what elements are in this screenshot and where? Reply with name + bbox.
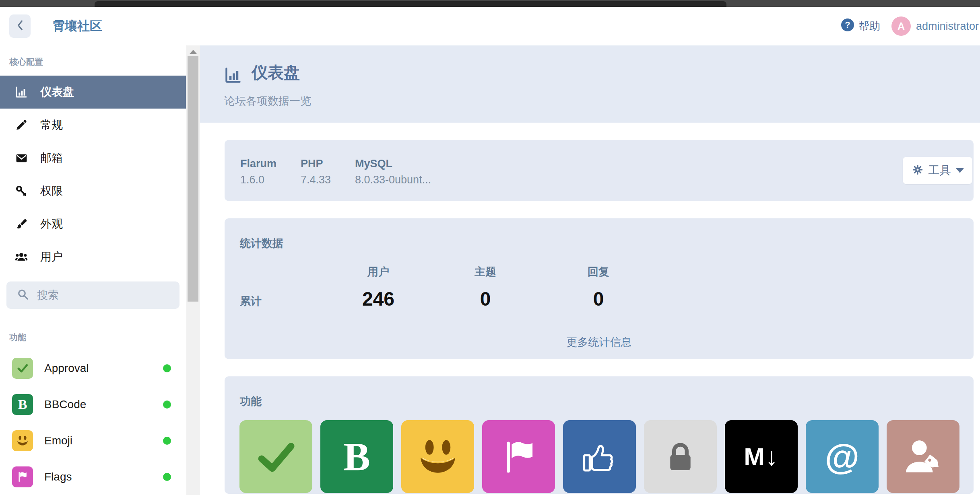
version-info-card: Flarum 1.6.0 PHP 7.4.33 MySQL 8.0.33-0ub… xyxy=(225,140,974,201)
extension-tile-row: B M↓ @ xyxy=(239,420,959,493)
enabled-status-dot xyxy=(163,437,171,445)
check-icon xyxy=(12,358,33,379)
username-label[interactable]: administrator xyxy=(916,20,979,33)
version-label: PHP xyxy=(301,158,331,170)
extension-label: Flags xyxy=(44,470,72,483)
stat-header: 主题 xyxy=(437,265,534,279)
statistics-card: 统计数据 用户 246 主题 0 回复 0 累计 更多统计信息 xyxy=(225,218,974,359)
search-input[interactable] xyxy=(36,289,171,302)
section-label-features: 功能 xyxy=(9,332,26,343)
enabled-status-dot xyxy=(163,364,171,372)
sidebar-scrollbar[interactable] xyxy=(186,45,200,495)
user-avatar[interactable]: A xyxy=(891,16,911,36)
version-value: 1.6.0 xyxy=(240,174,276,186)
enabled-status-dot xyxy=(163,473,171,481)
stat-value: 0 xyxy=(550,288,647,310)
smiley-icon xyxy=(12,430,33,451)
stat-value: 0 xyxy=(437,288,534,310)
version-label: MySQL xyxy=(355,158,431,170)
scrollbar-thumb[interactable] xyxy=(188,56,198,302)
mentions-tile at-icon[interactable]: @ xyxy=(806,420,879,493)
approval-tile check-icon[interactable] xyxy=(239,420,312,493)
emoji-tile smiley-icon[interactable] xyxy=(401,420,474,493)
back-button[interactable] xyxy=(9,14,31,38)
sidebar-item-appearance[interactable]: 外观 xyxy=(0,207,186,240)
sticky-tile lock-icon[interactable] xyxy=(644,420,717,493)
sidebar-extension-bbcode[interactable]: B BBCode xyxy=(0,386,186,423)
stat-column-users: 用户 246 xyxy=(330,265,427,310)
bbcode-tile letter-b-icon[interactable]: B xyxy=(320,420,393,493)
bar-chart-icon xyxy=(14,86,28,99)
more-statistics-link[interactable]: 更多统计信息 xyxy=(225,335,974,349)
version-column-mysql: MySQL 8.0.33-0ubunt... xyxy=(355,158,431,186)
sidebar-item-permissions[interactable]: 权限 xyxy=(0,175,186,207)
markdown-tile markdown-icon[interactable]: M↓ xyxy=(725,420,798,493)
version-label: Flarum xyxy=(240,158,276,170)
sidebar-extension-emoji[interactable]: Emoji xyxy=(0,423,186,459)
forum-title[interactable]: 霄壤社区 xyxy=(52,7,102,45)
help-label: 帮助 xyxy=(858,19,880,33)
search-icon xyxy=(6,288,29,302)
extension-label: Emoji xyxy=(44,434,72,447)
sidebar-item-users[interactable]: 用户 xyxy=(0,240,186,273)
sidebar-item-label: 邮箱 xyxy=(40,150,63,166)
enabled-status-dot xyxy=(163,401,171,409)
pencil-icon xyxy=(14,119,28,131)
letter-b-icon: B xyxy=(12,394,33,415)
extension-label: Approval xyxy=(44,362,89,375)
paintbrush-icon xyxy=(14,218,28,230)
flags-tile flag-icon[interactable] xyxy=(482,420,555,493)
tools-button-label: 工具 xyxy=(928,163,951,178)
statistics-card-title: 统计数据 xyxy=(240,236,283,251)
sidebar-item-mail[interactable]: 邮箱 xyxy=(0,142,186,175)
sidebar-item-label: 权限 xyxy=(40,183,63,199)
browser-window-edge xyxy=(95,1,726,7)
version-value: 8.0.33-0ubunt... xyxy=(355,174,431,186)
stat-header: 用户 xyxy=(330,265,427,279)
flag-icon xyxy=(12,466,33,487)
version-column-php: PHP 7.4.33 xyxy=(301,158,331,186)
section-label-core: 核心配置 xyxy=(9,56,43,68)
scrollbar-up-arrow-icon[interactable] xyxy=(189,50,197,54)
page-subtitle: 论坛各项数据一览 xyxy=(224,94,311,108)
page-title: 仪表盘 xyxy=(252,62,300,84)
sidebar-item-dashboard[interactable]: 仪表盘 xyxy=(0,76,186,109)
stat-value: 246 xyxy=(330,288,427,310)
key-icon xyxy=(14,185,28,197)
stat-header: 回复 xyxy=(550,265,647,279)
topbar-right-group: ? 帮助 A administrator xyxy=(841,7,979,45)
stat-column-posts: 回复 0 xyxy=(550,265,647,310)
users-icon xyxy=(14,251,28,263)
chevron-left-icon xyxy=(15,19,25,33)
sidebar-item-label: 外观 xyxy=(40,216,63,232)
caret-down-icon xyxy=(956,168,964,173)
gear-icon xyxy=(912,164,924,177)
features-card-title: 功能 xyxy=(240,394,262,409)
likes-tile thumbs-up-icon[interactable] xyxy=(563,420,636,493)
help-link[interactable]: ? 帮助 xyxy=(841,18,880,35)
sidebar-extension-flags[interactable]: Flags xyxy=(0,459,186,495)
stat-column-discussions: 主题 0 xyxy=(437,265,534,310)
version-column-flarum: Flarum 1.6.0 xyxy=(240,158,276,186)
sidebar-item-label: 常规 xyxy=(40,117,63,133)
svg-text:?: ? xyxy=(845,20,850,30)
user-tag-tile user-tag-icon[interactable] xyxy=(887,420,959,493)
top-navigation-bar: 霄壤社区 ? 帮助 A administrator xyxy=(0,7,980,46)
tools-dropdown-button[interactable]: 工具 xyxy=(903,157,972,184)
sidebar-item-label: 仪表盘 xyxy=(40,84,74,100)
flarum-admin-page: 霄壤社区 ? 帮助 A administrator 核心配置 仪表盘 常规 xyxy=(0,0,980,495)
question-circle-icon: ? xyxy=(841,18,854,35)
avatar-initial: A xyxy=(897,21,905,32)
sidebar-item-basics[interactable]: 常规 xyxy=(0,109,186,142)
admin-sidebar: 核心配置 仪表盘 常规 邮箱 权限 xyxy=(0,45,186,495)
page-header: 仪表盘 论坛各项数据一览 xyxy=(200,45,980,123)
bar-chart-icon xyxy=(224,66,242,86)
sidebar-item-label: 用户 xyxy=(40,249,63,265)
sidebar-search xyxy=(6,281,179,309)
extension-label: BBCode xyxy=(44,398,86,411)
stats-row-label: 累计 xyxy=(240,294,262,308)
dashboard-main: 仪表盘 论坛各项数据一览 Flarum 1.6.0 PHP 7.4.33 MyS… xyxy=(200,45,980,495)
sidebar-extension-approval[interactable]: Approval xyxy=(0,350,186,386)
version-value: 7.4.33 xyxy=(301,174,331,186)
browser-chrome-strip xyxy=(0,0,980,7)
